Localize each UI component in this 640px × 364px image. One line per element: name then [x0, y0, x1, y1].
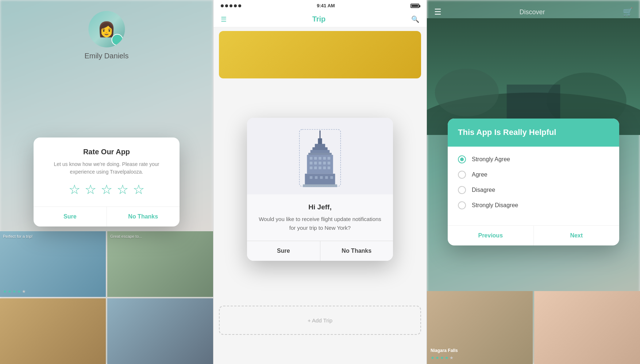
notification-modal: Hi Jeff, Would you like to receive fligh… [247, 118, 393, 261]
svg-rect-23 [310, 176, 313, 179]
phone-nav-bar: ☰ Trip 🔍 [213, 11, 427, 27]
right-menu-icon[interactable]: ☰ [434, 7, 442, 17]
left-thumb-4 [107, 298, 213, 364]
survey-option-strongly-agree[interactable]: Strongly Agree [458, 155, 609, 163]
rate-no-thanks-button[interactable]: No Thanks [107, 207, 180, 226]
rate-sure-button[interactable]: Sure [34, 207, 107, 226]
survey-next-button[interactable]: Next [534, 226, 620, 245]
notif-message: Would you like to receive flight update … [258, 215, 382, 232]
right-header-title: Discover [519, 8, 545, 16]
profile-name: Emily Daniels [84, 52, 128, 60]
svg-rect-26 [325, 176, 328, 179]
radio-disagree[interactable] [458, 186, 466, 194]
thumb-rating-1: ★ ★ ★ ★ ★ [3, 289, 26, 294]
survey-header-title: This App Is Really Helpful [458, 127, 609, 138]
svg-rect-7 [310, 157, 313, 160]
right-thumbnails: Niagara Falls ★ ★ ★ ★ ★ [427, 291, 640, 364]
right-bg-image [427, 18, 640, 135]
survey-option-strongly-disagree[interactable]: Strongly Disagree [458, 201, 609, 209]
svg-rect-9 [319, 157, 321, 160]
svg-rect-18 [314, 167, 317, 170]
svg-rect-14 [319, 162, 321, 165]
left-thumb-3 [0, 298, 106, 364]
signal-dots [221, 4, 241, 7]
right-thumb-2 [534, 291, 640, 364]
rate-modal-title: Rate Our App [45, 148, 169, 156]
svg-rect-21 [328, 167, 331, 170]
notif-image-area [247, 118, 393, 194]
svg-rect-13 [314, 162, 317, 165]
notif-sure-button[interactable]: Sure [247, 241, 320, 261]
survey-body: Strongly Agree Agree Disagree Strongly D… [448, 147, 619, 225]
right-thumb-rating-1: ★ ★ ★ ★ ★ [431, 355, 454, 360]
add-trip-area[interactable]: + Add Trip [219, 306, 421, 335]
notif-greeting: Hi Jeff, [258, 203, 382, 211]
svg-rect-8 [314, 157, 317, 160]
svg-rect-24 [315, 176, 318, 179]
status-time: 9:41 AM [317, 3, 335, 8]
svg-rect-11 [328, 157, 331, 160]
survey-label-disagree: Disagree [472, 187, 495, 193]
svg-rect-15 [323, 162, 326, 165]
star-2[interactable]: ☆ [85, 183, 96, 196]
left-panel: 👩 Emily Daniels Perfect for a trip! ★ ★ … [0, 0, 213, 364]
star-1[interactable]: ☆ [69, 183, 80, 196]
search-icon[interactable]: 🔍 [411, 15, 419, 23]
svg-rect-10 [323, 157, 326, 160]
right-panel: ☰ Discover 🛒 Niagara Falls ★ ★ [427, 0, 640, 364]
svg-rect-27 [330, 176, 333, 179]
left-thumb-2: Great escape to... [107, 231, 213, 297]
survey-option-disagree[interactable]: Disagree [458, 186, 609, 194]
svg-rect-1 [318, 139, 322, 145]
svg-rect-20 [323, 167, 326, 170]
svg-rect-25 [320, 176, 323, 179]
star-3[interactable]: ☆ [101, 183, 112, 196]
survey-previous-button[interactable]: Previous [448, 226, 534, 245]
left-thumb-1: Perfect for a trip! ★ ★ ★ ★ ★ [0, 231, 106, 297]
notif-text-area: Hi Jeff, Would you like to receive fligh… [247, 194, 393, 241]
status-bar: 9:41 AM [213, 0, 427, 11]
svg-rect-22 [305, 174, 335, 186]
rate-app-modal: Rate Our App Let us know how we're doing… [34, 138, 180, 226]
thumb-label-2: Great escape to... [110, 234, 142, 239]
menu-icon[interactable]: ☰ [221, 15, 227, 23]
survey-option-agree[interactable]: Agree [458, 171, 609, 179]
svg-rect-17 [310, 167, 313, 170]
stars-row: ☆ ☆ ☆ ☆ ☆ [45, 183, 169, 196]
svg-rect-12 [310, 162, 313, 165]
survey-modal-actions: Previous Next [448, 225, 619, 245]
radio-agree[interactable] [458, 171, 466, 179]
right-cart-icon[interactable]: 🛒 [623, 7, 633, 17]
rate-modal-desc: Let us know how we're doing. Please rate… [45, 160, 169, 176]
trip-card-bg [219, 31, 421, 78]
nav-title: Trip [312, 15, 326, 23]
notif-modal-actions: Sure No Thanks [247, 241, 393, 261]
thumb-label-1: Perfect for a trip! [3, 234, 32, 239]
left-profile: 👩 Emily Daniels [84, 11, 128, 60]
survey-label-agree: Agree [472, 171, 487, 178]
add-trip-label: + Add Trip [308, 317, 332, 324]
building-illustration [294, 129, 346, 187]
rate-modal-actions: Sure No Thanks [34, 206, 180, 226]
survey-modal: This App Is Really Helpful Strongly Agre… [448, 119, 619, 245]
survey-label-strongly-agree: Strongly Agree [472, 156, 510, 163]
radio-strongly-disagree[interactable] [458, 201, 466, 209]
battery-icon [410, 4, 419, 8]
survey-label-strongly-disagree: Strongly Disagree [472, 202, 518, 209]
rate-modal-body: Rate Our App Let us know how we're doing… [34, 138, 180, 206]
right-thumb-label-1: Niagara Falls [431, 348, 458, 353]
survey-header: This App Is Really Helpful [448, 119, 619, 147]
svg-rect-28 [303, 185, 337, 187]
left-thumbnails: Perfect for a trip! ★ ★ ★ ★ ★ Great esca… [0, 231, 213, 364]
star-5[interactable]: ☆ [133, 183, 144, 196]
center-panel: 9:41 AM ☰ Trip 🔍 + Add Trip [213, 0, 427, 364]
notif-no-thanks-button[interactable]: No Thanks [320, 241, 393, 261]
radio-strongly-agree[interactable] [458, 155, 466, 163]
star-4[interactable]: ☆ [117, 183, 128, 196]
svg-rect-16 [328, 162, 331, 165]
right-header: ☰ Discover 🛒 [434, 7, 633, 17]
svg-point-32 [435, 69, 499, 116]
avatar: 👩 [88, 11, 125, 47]
right-thumb-1: Niagara Falls ★ ★ ★ ★ ★ [427, 291, 533, 364]
svg-rect-19 [319, 167, 321, 170]
